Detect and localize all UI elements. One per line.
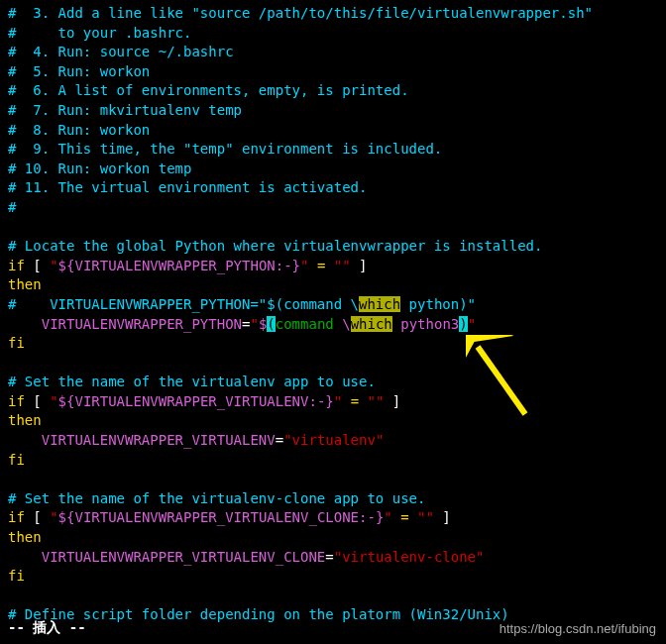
code-token: fi: [8, 335, 25, 351]
code-token: ": [50, 393, 57, 409]
code-token: =: [325, 549, 333, 565]
code-line: # Set the name of the virtualenv-clone a…: [8, 489, 658, 509]
code-token: if: [8, 509, 25, 525]
code-token: # Locate the global Python where virtual…: [8, 238, 542, 254]
code-token: then: [8, 412, 42, 428]
code-line: # 9. This time, the "temp" environment i…: [8, 140, 658, 160]
code-line: # 7. Run: mkvirtualenv temp: [8, 101, 658, 121]
code-token: ": [468, 316, 476, 332]
code-line: fi: [8, 334, 658, 354]
code-line: then: [8, 275, 658, 295]
code-token: [8, 219, 16, 235]
code-token: # 9. This time, the "temp" environment i…: [8, 141, 442, 157]
code-token: which: [351, 316, 392, 332]
code-line: then: [8, 528, 658, 548]
code-line: # VIRTUALENVWRAPPER_PYTHON="$(command \w…: [8, 295, 658, 315]
code-line: if [ "${VIRTUALENVWRAPPER_VIRTUALENV:-}"…: [8, 392, 658, 412]
code-token: # 6. A list of environments, empty, is p…: [8, 82, 409, 98]
code-token: ]: [351, 258, 368, 273]
code-line: fi: [8, 451, 658, 471]
code-token: ): [459, 316, 467, 332]
code-line: if [ "${VIRTUALENVWRAPPER_PYTHON:-}" = "…: [8, 257, 658, 276]
code-token: ${VIRTUALENVWRAPPER_PYTHON:-}: [58, 258, 300, 273]
code-token: [: [25, 509, 50, 525]
code-token: # Set the name of the virtualenv-clone a…: [8, 490, 425, 506]
code-line: # to your .bashrc.: [8, 24, 658, 44]
code-line: #: [8, 198, 658, 218]
code-token: if: [8, 258, 25, 273]
code-token: [8, 549, 42, 565]
code-token: [8, 355, 16, 371]
code-token: [392, 316, 400, 332]
code-token: fi: [8, 452, 25, 468]
code-token: # VIRTUALENVWRAPPER_PYTHON="$(command \: [8, 296, 359, 312]
code-token: if: [8, 393, 25, 409]
code-token: \: [342, 316, 350, 332]
code-token: "": [368, 393, 385, 409]
code-token: # 10. Run: workon temp: [8, 161, 191, 176]
code-line: # 5. Run: workon: [8, 62, 658, 82]
code-line: [8, 218, 658, 238]
code-line: # 8. Run: workon: [8, 121, 658, 141]
code-token: [308, 258, 316, 273]
code-token: ": [50, 509, 57, 525]
code-token: [359, 393, 367, 409]
code-line: VIRTUALENVWRAPPER_VIRTUALENV="virtualenv…: [8, 431, 658, 451]
code-token: ${VIRTUALENVWRAPPER_VIRTUALENV_CLONE:-}: [58, 509, 385, 525]
code-token: # 5. Run: workon: [8, 63, 150, 79]
code-token: =: [351, 393, 359, 409]
code-token: [409, 509, 417, 525]
code-token: # Set the name of the virtualenv app to …: [8, 374, 376, 389]
code-token: [: [25, 393, 50, 409]
code-token: =: [276, 432, 283, 448]
code-token: command: [276, 316, 342, 332]
code-token: [8, 471, 16, 486]
code-editor-viewport[interactable]: # 3. Add a line like "source /path/to/th…: [8, 4, 658, 625]
code-token: VIRTUALENVWRAPPER_PYTHON: [42, 316, 242, 332]
code-token: ]: [434, 509, 451, 525]
code-line: fi: [8, 567, 658, 587]
code-line: [8, 354, 658, 374]
code-token: VIRTUALENVWRAPPER_VIRTUALENV: [42, 432, 276, 448]
code-token: "": [417, 509, 434, 525]
code-token: [8, 432, 42, 448]
code-token: #: [8, 199, 16, 215]
code-token: =: [400, 509, 408, 525]
code-line: [8, 470, 658, 489]
vim-mode-indicator: -- 插入 --: [8, 618, 86, 638]
code-token: [325, 258, 333, 273]
code-line: # 3. Add a line like "source /path/to/th…: [8, 4, 658, 24]
code-token: [8, 588, 16, 603]
code-line: # 10. Run: workon temp: [8, 160, 658, 179]
code-line: [8, 587, 658, 606]
code-token: ": [50, 258, 57, 273]
code-line: VIRTUALENVWRAPPER_PYTHON="$(command \whi…: [8, 315, 658, 335]
code-token: python3: [400, 316, 459, 332]
code-line: VIRTUALENVWRAPPER_VIRTUALENV_CLONE="virt…: [8, 548, 658, 568]
code-token: (: [267, 316, 275, 332]
code-line: # 6. A list of environments, empty, is p…: [8, 81, 658, 101]
code-token: ": [250, 316, 258, 332]
code-token: "": [334, 258, 351, 273]
code-line: # 11. The virtual environment is activat…: [8, 178, 658, 198]
code-token: which: [359, 296, 400, 312]
code-token: # to your .bashrc.: [8, 25, 191, 41]
code-token: then: [8, 276, 42, 292]
code-token: ]: [384, 393, 400, 409]
code-token: [: [25, 258, 50, 273]
code-line: then: [8, 411, 658, 431]
code-token: # 4. Run: source ~/.bashrc: [8, 44, 234, 59]
code-token: [392, 509, 400, 525]
code-line: if [ "${VIRTUALENVWRAPPER_VIRTUALENV_CLO…: [8, 508, 658, 528]
watermark-text: https://blog.csdn.net/ifubing: [500, 620, 656, 638]
code-token: # 7. Run: mkvirtualenv temp: [8, 102, 242, 118]
code-token: VIRTUALENVWRAPPER_VIRTUALENV_CLONE: [42, 549, 326, 565]
code-token: then: [8, 529, 42, 545]
code-token: # 3. Add a line like "source /path/to/th…: [8, 5, 593, 21]
code-token: ${VIRTUALENVWRAPPER_VIRTUALENV:-}: [58, 393, 334, 409]
code-token: "virtualenv-clone": [334, 549, 485, 565]
code-line: # 4. Run: source ~/.bashrc: [8, 43, 658, 62]
code-token: # 11. The virtual environment is activat…: [8, 179, 367, 195]
code-line: # Set the name of the virtualenv app to …: [8, 373, 658, 392]
code-token: python)": [400, 296, 476, 312]
